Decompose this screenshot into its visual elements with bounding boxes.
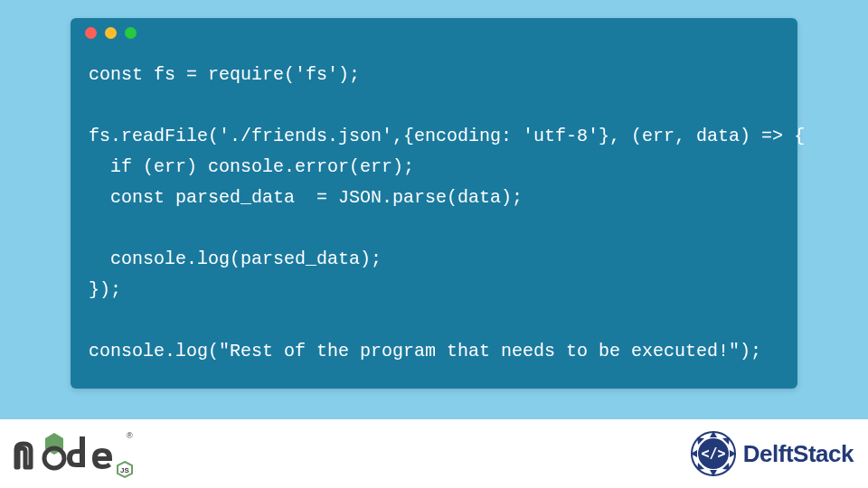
nodejs-icon: JS ® — [11, 427, 137, 480]
window-titlebar — [71, 18, 797, 47]
delftstack-wordmark: DelftStack — [743, 440, 854, 468]
node-logo: JS ® — [11, 427, 137, 480]
code-window: const fs = require('fs'); fs.readFile('.… — [71, 18, 797, 389]
close-icon[interactable] — [85, 27, 97, 39]
code-block: const fs = require('fs'); fs.readFile('.… — [71, 47, 797, 389]
svg-text:®: ® — [127, 431, 133, 440]
delftstack-logo-icon: </> — [689, 429, 738, 478]
svg-text:JS: JS — [120, 466, 129, 474]
svg-text:</>: </> — [701, 446, 725, 462]
minimize-icon[interactable] — [105, 27, 117, 39]
footer-bar: JS ® — [0, 419, 868, 488]
delftstack-brand: </> DelftStack — [689, 429, 854, 478]
zoom-icon[interactable] — [125, 27, 137, 39]
